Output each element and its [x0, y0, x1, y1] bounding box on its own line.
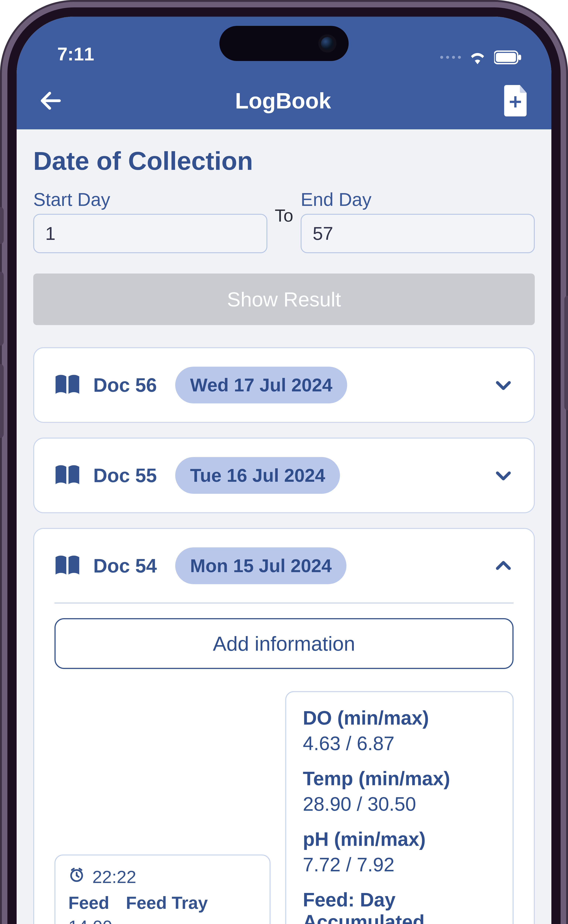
content-area: Date of Collection Start Day 1 To End Da… [17, 129, 551, 924]
front-camera [321, 37, 334, 50]
chevron-up-icon [493, 556, 514, 576]
feed-value: 14.00 [68, 916, 112, 924]
book-icon [54, 464, 80, 486]
do-value: 4.63 / 6.87 [303, 732, 496, 754]
end-day-label: End Day [301, 189, 535, 210]
ph-value: 7.72 / 7.92 [303, 854, 496, 876]
doc-name: Doc 56 [93, 374, 157, 396]
chevron-down-icon [493, 375, 514, 395]
new-document-button[interactable] [500, 85, 531, 117]
feed-entry-box[interactable]: 22:22 Feed Feed Tray 14.00 - [54, 854, 270, 924]
entry-time: 22:22 [92, 867, 136, 887]
book-icon [54, 374, 80, 396]
section-heading: Date of Collection [17, 129, 551, 189]
ph-label: pH (min/max) [303, 828, 496, 850]
wifi-icon [468, 50, 487, 65]
to-label: To [275, 206, 293, 237]
svg-rect-1 [496, 53, 516, 62]
battery-icon [494, 50, 522, 64]
phone-side-button [0, 272, 4, 345]
dynamic-island [219, 26, 349, 61]
doc-date-pill: Mon 15 Jul 2024 [175, 547, 346, 584]
temp-label: Temp (min/max) [303, 768, 496, 790]
book-icon [54, 555, 80, 577]
start-day-input[interactable]: 1 [33, 214, 267, 253]
status-time: 7:11 [57, 44, 94, 65]
doc-name: Doc 54 [93, 555, 157, 577]
show-result-button[interactable]: Show Result [33, 274, 535, 325]
doc-card-expanded: Doc 54 Mon 15 Jul 2024 Add information [33, 528, 535, 924]
doc-date-pill: Wed 17 Jul 2024 [175, 367, 347, 403]
cell-signal-icon [440, 56, 461, 59]
feed-tray-value: - [160, 916, 166, 924]
chevron-down-icon [493, 465, 514, 486]
doc-card[interactable]: Doc 55 Tue 16 Jul 2024 [33, 438, 535, 513]
do-label: DO (min/max) [303, 707, 496, 729]
doc-date-pill: Tue 16 Jul 2024 [175, 457, 340, 494]
doc-card-header[interactable]: Doc 54 Mon 15 Jul 2024 [34, 529, 534, 603]
phone-frame: 7:11 LogBook [0, 0, 568, 924]
feed-accum-label: Feed: Day Accumulated [303, 889, 496, 924]
svg-rect-2 [518, 55, 521, 60]
doc-name: Doc 55 [93, 464, 157, 486]
phone-side-button [564, 296, 568, 410]
page-title: LogBook [235, 88, 331, 114]
divider [54, 603, 514, 603]
metrics-box: DO (min/max) 4.63 / 6.87 Temp (min/max) … [285, 691, 514, 924]
clock-icon [68, 866, 85, 887]
feed-label: Feed [68, 893, 109, 913]
back-button[interactable] [35, 85, 66, 117]
phone-side-button [0, 364, 4, 438]
end-day-input[interactable]: 57 [301, 214, 535, 253]
doc-card[interactable]: Doc 56 Wed 17 Jul 2024 [33, 347, 535, 423]
add-information-button[interactable]: Add information [54, 618, 514, 669]
feed-tray-label: Feed Tray [126, 893, 208, 913]
temp-value: 28.90 / 30.50 [303, 793, 496, 815]
phone-side-button [0, 207, 4, 244]
start-day-label: Start Day [33, 189, 267, 210]
app-bar: LogBook [17, 72, 551, 129]
